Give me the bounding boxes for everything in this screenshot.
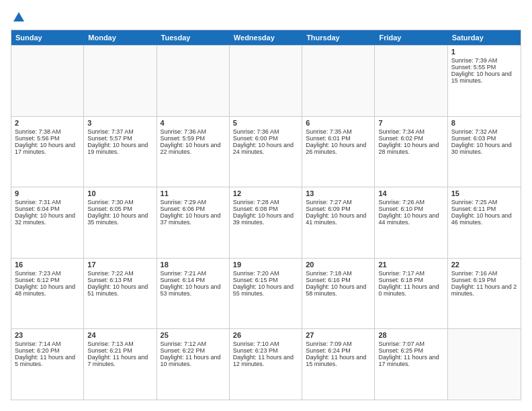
sunrise-text: Sunrise: 7:26 AM [378,199,443,205]
day-number: 7 [378,119,443,127]
sunset-text: Sunset: 6:23 PM [233,347,298,354]
day-number: 9 [15,189,80,197]
day-number: 8 [451,119,517,127]
daylight-text: Daylight: 11 hours and 17 minutes. [378,354,443,367]
cal-cell-w1d2: 4Sunrise: 7:36 AMSunset: 5:59 PMDaylight… [157,117,230,187]
daylight-text: Daylight: 10 hours and 44 minutes. [378,212,443,226]
cal-cell-w3d5: 21Sunrise: 7:17 AMSunset: 6:18 PMDayligh… [375,259,447,329]
day-number: 23 [15,331,80,339]
page: SundayMondayTuesdayWednesdayThursdayFrid… [0,0,532,411]
week-row-4: 23Sunrise: 7:14 AMSunset: 6:20 PMDayligh… [11,328,521,400]
cal-cell-w0d0 [11,46,84,116]
svg-marker-0 [13,12,24,21]
daylight-text: Daylight: 10 hours and 26 minutes. [306,142,371,155]
cal-cell-w0d6: 1Sunrise: 7:39 AMSunset: 5:55 PMDaylight… [448,46,521,116]
sunset-text: Sunset: 6:00 PM [233,135,298,142]
cal-cell-w0d3 [230,46,302,116]
cal-cell-w4d2: 25Sunrise: 7:12 AMSunset: 6:22 PMDayligh… [157,329,230,400]
sunrise-text: Sunrise: 7:37 AM [87,128,152,135]
cal-cell-w0d5 [375,46,447,116]
day-number: 14 [378,189,443,197]
sunset-text: Sunset: 6:10 PM [378,205,443,212]
cal-cell-w0d4 [302,46,375,116]
day-number: 26 [233,331,298,339]
sunrise-text: Sunrise: 7:25 AM [451,199,517,205]
day-number: 16 [15,261,80,269]
week-row-2: 9Sunrise: 7:31 AMSunset: 6:04 PMDaylight… [11,187,521,258]
cal-cell-w3d0: 16Sunrise: 7:23 AMSunset: 6:12 PMDayligh… [11,259,84,329]
header-day-friday: Friday [375,30,447,45]
sunset-text: Sunset: 6:02 PM [378,135,443,142]
day-number: 21 [378,261,443,269]
sunset-text: Sunset: 6:18 PM [378,277,443,283]
sunrise-text: Sunrise: 7:10 AM [233,340,298,347]
daylight-text: Daylight: 11 hours and 5 minutes. [15,354,80,367]
header-day-tuesday: Tuesday [157,30,230,45]
sunset-text: Sunset: 6:09 PM [306,205,371,212]
sunset-text: Sunset: 6:15 PM [233,277,298,283]
cal-cell-w4d0: 23Sunrise: 7:14 AMSunset: 6:20 PMDayligh… [11,329,84,400]
sunrise-text: Sunrise: 7:29 AM [161,199,226,205]
daylight-text: Daylight: 10 hours and 46 minutes. [451,212,517,226]
sunset-text: Sunset: 6:19 PM [451,277,517,283]
sunset-text: Sunset: 6:14 PM [161,277,226,283]
sunset-text: Sunset: 6:12 PM [15,277,80,283]
sunrise-text: Sunrise: 7:39 AM [451,57,517,64]
day-number: 11 [161,189,226,197]
sunset-text: Sunset: 6:04 PM [15,205,80,212]
sunset-text: Sunset: 5:55 PM [451,64,517,71]
sunrise-text: Sunrise: 7:30 AM [87,199,152,205]
daylight-text: Daylight: 10 hours and 55 minutes. [233,283,298,297]
cal-cell-w4d5: 28Sunrise: 7:07 AMSunset: 6:25 PMDayligh… [375,329,447,400]
sunset-text: Sunset: 6:06 PM [161,205,226,212]
day-number: 3 [87,119,152,127]
daylight-text: Daylight: 10 hours and 32 minutes. [15,212,80,226]
day-number: 19 [233,261,298,269]
sunrise-text: Sunrise: 7:36 AM [233,128,298,135]
day-number: 17 [87,261,152,269]
day-number: 4 [161,119,226,127]
cal-cell-w4d6 [448,329,521,400]
day-number: 25 [161,331,226,339]
sunset-text: Sunset: 6:05 PM [87,205,152,212]
sunrise-text: Sunrise: 7:21 AM [161,270,226,277]
sunrise-text: Sunrise: 7:16 AM [451,270,517,277]
header-day-thursday: Thursday [302,30,375,45]
cal-cell-w2d5: 14Sunrise: 7:26 AMSunset: 6:10 PMDayligh… [375,187,447,258]
header-day-saturday: Saturday [448,30,521,45]
sunrise-text: Sunrise: 7:38 AM [15,128,80,135]
week-row-1: 2Sunrise: 7:38 AMSunset: 5:56 PMDaylight… [11,116,521,187]
daylight-text: Daylight: 10 hours and 28 minutes. [378,142,443,155]
day-number: 12 [233,189,298,197]
sunrise-text: Sunrise: 7:23 AM [15,270,80,277]
sunrise-text: Sunrise: 7:13 AM [87,340,152,347]
header [11,11,521,24]
cal-cell-w4d4: 27Sunrise: 7:09 AMSunset: 6:24 PMDayligh… [302,329,375,400]
sunset-text: Sunset: 5:56 PM [15,135,80,142]
day-number: 1 [451,48,517,56]
cal-cell-w3d3: 19Sunrise: 7:20 AMSunset: 6:15 PMDayligh… [230,259,302,329]
sunrise-text: Sunrise: 7:27 AM [306,199,371,205]
cal-cell-w3d6: 22Sunrise: 7:16 AMSunset: 6:19 PMDayligh… [448,259,521,329]
day-number: 6 [306,119,371,127]
daylight-text: Daylight: 11 hours and 15 minutes. [306,354,371,367]
sunset-text: Sunset: 6:25 PM [378,347,443,354]
cal-cell-w2d4: 13Sunrise: 7:27 AMSunset: 6:09 PMDayligh… [302,187,375,258]
cal-cell-w2d6: 15Sunrise: 7:25 AMSunset: 6:11 PMDayligh… [448,187,521,258]
week-row-3: 16Sunrise: 7:23 AMSunset: 6:12 PMDayligh… [11,258,521,329]
day-number: 2 [15,119,80,127]
day-number: 22 [451,261,517,269]
sunset-text: Sunset: 6:13 PM [87,277,152,283]
daylight-text: Daylight: 10 hours and 58 minutes. [306,283,371,297]
sunset-text: Sunset: 6:11 PM [451,205,517,212]
day-number: 28 [378,331,443,339]
sunrise-text: Sunrise: 7:14 AM [15,340,80,347]
sunrise-text: Sunrise: 7:18 AM [306,270,371,277]
day-number: 10 [87,189,152,197]
daylight-text: Daylight: 10 hours and 19 minutes. [87,142,152,155]
daylight-text: Daylight: 10 hours and 15 minutes. [451,71,517,84]
cal-cell-w3d1: 17Sunrise: 7:22 AMSunset: 6:13 PMDayligh… [84,259,157,329]
calendar-body: 1Sunrise: 7:39 AMSunset: 5:55 PMDaylight… [11,45,521,400]
cal-cell-w1d1: 3Sunrise: 7:37 AMSunset: 5:57 PMDaylight… [84,117,157,187]
cal-cell-w1d6: 8Sunrise: 7:32 AMSunset: 6:03 PMDaylight… [448,117,521,187]
